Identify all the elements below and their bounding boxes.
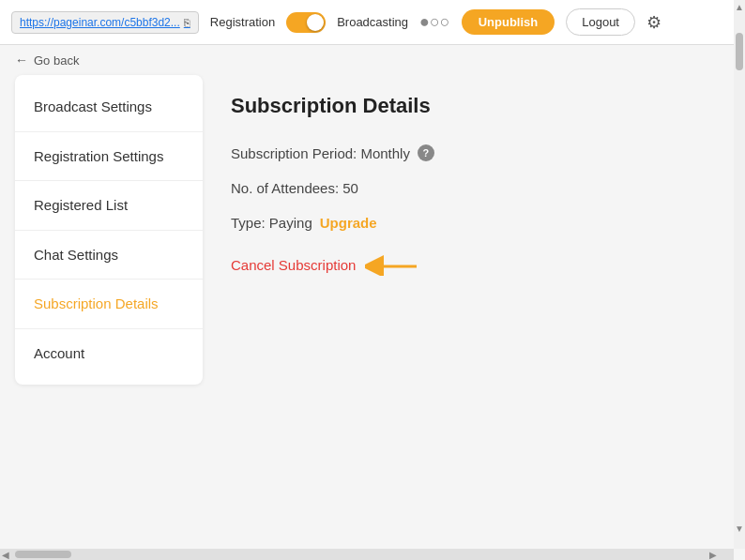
- content-area: Subscription Details Subscription Period…: [203, 75, 730, 522]
- cancel-subscription-button[interactable]: Cancel Subscription: [231, 253, 421, 276]
- scroll-left-icon[interactable]: ◀: [0, 550, 11, 560]
- back-label[interactable]: Go back: [34, 53, 79, 68]
- bottom-scroll-thumb[interactable]: [15, 551, 71, 558]
- back-row: ← Go back: [0, 45, 745, 75]
- logout-button[interactable]: Logout: [566, 8, 635, 36]
- sidebar-item-registration-settings[interactable]: Registration Settings: [15, 132, 203, 182]
- help-icon[interactable]: ?: [418, 144, 434, 161]
- gear-button[interactable]: ⚙: [646, 12, 661, 33]
- sidebar-item-broadcast-settings[interactable]: Broadcast Settings: [15, 83, 203, 132]
- eye-button[interactable]: ●○○: [419, 12, 450, 32]
- registration-toggle[interactable]: [286, 12, 326, 33]
- right-scroll-thumb[interactable]: [736, 33, 743, 70]
- sidebar-item-account[interactable]: Account: [15, 329, 203, 378]
- url-text: https://pageinar.com/c5bbf3d2...: [20, 16, 180, 29]
- attendees-text: No. of Attendees: 50: [231, 180, 358, 196]
- unpublish-button[interactable]: Unpublish: [462, 9, 555, 35]
- sidebar-item-chat-settings[interactable]: Chat Settings: [15, 231, 203, 280]
- upgrade-link[interactable]: Upgrade: [320, 215, 377, 231]
- bottom-scrollbar[interactable]: ◀ ▶: [0, 549, 734, 560]
- scroll-up-icon[interactable]: ▲: [735, 0, 744, 14]
- right-scrollbar[interactable]: ▲ ▼: [734, 0, 745, 549]
- registration-label: Registration: [210, 15, 275, 29]
- page-title: Subscription Details: [231, 94, 702, 118]
- attendees-row: No. of Attendees: 50: [231, 180, 702, 196]
- sidebar-item-registered-list[interactable]: Registered List: [15, 181, 203, 231]
- topbar: https://pageinar.com/c5bbf3d2... ⎘ Regis…: [0, 0, 745, 45]
- scroll-down-icon[interactable]: ▼: [735, 522, 744, 536]
- main-layout: Broadcast Settings Registration Settings…: [0, 75, 745, 537]
- url-bar[interactable]: https://pageinar.com/c5bbf3d2... ⎘: [11, 11, 199, 34]
- subscription-period-row: Subscription Period: Monthly ?: [231, 144, 702, 161]
- back-arrow-icon: ←: [15, 53, 28, 68]
- copy-icon[interactable]: ⎘: [184, 17, 190, 28]
- subscription-period-text: Subscription Period: Monthly: [231, 145, 410, 161]
- cancel-subscription-text: Cancel Subscription: [231, 257, 356, 273]
- sidebar: Broadcast Settings Registration Settings…: [15, 75, 203, 385]
- arrow-icon: [365, 253, 421, 276]
- type-row: Type: Paying Upgrade: [231, 215, 702, 231]
- scroll-right-icon[interactable]: ▶: [707, 550, 719, 560]
- broadcasting-label: Broadcasting: [337, 15, 408, 29]
- sidebar-item-subscription-details[interactable]: Subscription Details: [15, 280, 203, 329]
- type-text: Type: Paying: [231, 215, 312, 231]
